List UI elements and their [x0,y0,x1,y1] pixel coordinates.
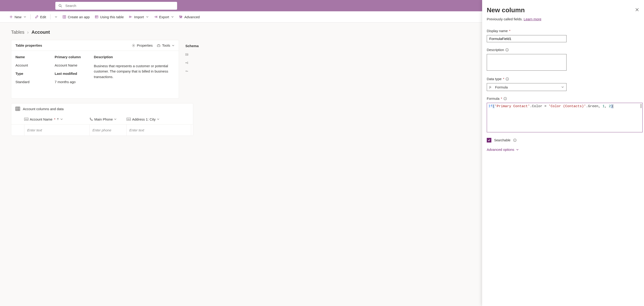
svg-point-50 [507,78,507,78]
formula-token-prop: .Green [586,104,598,108]
global-search[interactable] [55,2,177,10]
pencil-icon [35,15,38,19]
col-main-phone-label: Main Phone [94,117,113,121]
formula-token-str: 'Color (Contacts)' [548,104,586,108]
col-address-city-label: Address 1: City [132,117,156,121]
chevron-down-icon [157,118,159,120]
phone-icon [90,117,93,121]
grid-icon [62,15,66,19]
prop-primary-column-value: Account Name [55,63,94,69]
svg-point-20 [133,45,134,46]
chevron-down-icon [516,148,519,151]
check-icon [488,138,491,142]
svg-rect-21 [157,45,160,47]
info-icon[interactable] [513,138,516,142]
breadcrumb-separator: › [27,30,29,35]
panel-subtext: Previously called fields. [487,17,524,21]
display-name-label: Display name [487,29,508,33]
advanced-options-label: Advanced options [487,147,514,151]
svg-text:Abc: Abc [186,54,188,55]
svg-text:fx: fx [489,86,491,89]
svg-text:Abc: Abc [25,118,28,120]
export-button[interactable]: Export [154,15,174,19]
relationships-icon[interactable] [186,61,188,64]
properties-label: Properties [137,43,153,47]
new-button[interactable]: New [9,15,26,19]
advanced-button[interactable]: Advanced [179,15,200,19]
text-icon: Abc [126,118,131,120]
col-main-phone[interactable]: Main Phone [90,117,126,121]
svg-text:Abc: Abc [127,118,130,120]
tools-button[interactable]: Tools [157,43,174,47]
prop-last-modified-label: Last modified [55,72,94,78]
prop-last-modified-value: 7 months ago [55,80,94,86]
formula-comma: , [598,104,602,108]
prop-description-value: Business that represents a customer or p… [94,63,174,94]
breadcrumb-leaf: Account [31,30,50,35]
sort-up-icon [57,118,59,120]
chevron-down-icon [172,44,174,47]
col-address-city[interactable]: Abc Address 1: City [126,117,159,121]
chevron-down-icon [60,118,63,120]
close-button[interactable] [635,8,639,12]
required-star: * [501,97,502,100]
toolbox-icon [157,44,160,47]
gear-icon [132,44,135,47]
scrollbar-thumb[interactable] [640,104,642,108]
info-icon[interactable] [504,97,507,100]
searchable-checkbox[interactable] [487,138,491,142]
columns-icon[interactable]: Abc [186,53,188,56]
info-icon[interactable] [506,48,509,52]
formula-comma: , [604,104,609,108]
formula-token-op: = [542,104,548,108]
svg-point-29 [186,71,186,72]
col-account-name[interactable]: Abc Account Name * [24,117,90,121]
required-star: * [54,117,55,121]
svg-point-25 [188,62,188,63]
prop-name-label: Name [16,55,55,61]
advanced-options-toggle[interactable]: Advanced options [487,147,640,151]
schema-card: Schema Abc [182,41,192,76]
data-type-value: Formula [495,85,508,89]
import-icon [129,15,132,19]
prop-description-label: Description [94,55,174,61]
sliders-icon [179,15,182,19]
svg-line-28 [186,63,187,64]
learn-more-link[interactable]: Learn more [524,17,542,21]
svg-point-24 [186,63,186,63]
edit-overflow-icon[interactable] [55,16,58,18]
panel-title: New column [487,7,640,14]
advanced-label: Advanced [184,15,200,19]
edit-button[interactable]: Edit [35,15,46,19]
import-button[interactable]: Import [129,15,149,19]
search-input[interactable] [65,4,174,8]
import-label: Import [134,15,144,19]
edit-label: Edit [40,15,46,19]
breadcrumb-root[interactable]: Tables [11,30,24,35]
create-app-button[interactable]: Create an app [62,15,90,19]
keys-icon[interactable] [186,70,188,73]
info-icon[interactable] [506,77,509,81]
svg-rect-7 [95,16,98,18]
search-icon [58,4,62,8]
account-name-input[interactable] [24,124,90,135]
new-column-panel: New column Previously called fields. Lea… [482,0,644,306]
formula-paren-close: ) [611,104,613,108]
card-title: Table properties [16,43,128,47]
chevron-down-icon [171,16,174,18]
main-phone-input[interactable] [90,124,126,135]
separator [30,14,31,19]
properties-button[interactable]: Properties [132,43,153,47]
searchable-label: Searchable [494,138,510,142]
panel-subtitle: Previously called fields. Learn more [487,17,640,21]
prop-name-value: Account [16,63,55,69]
using-table-button[interactable]: Using this table [95,15,124,19]
prop-type-value: Standard [16,80,55,86]
table-properties-card: Table properties Properties Tools Name P… [11,40,179,99]
formula-editor[interactable]: If('Primary Contact'.Color = 'Color (Con… [487,103,642,132]
formula-token-str: 'Primary Contact' [494,104,530,108]
description-input[interactable] [487,54,566,71]
address-city-input[interactable] [126,124,191,135]
data-type-select[interactable]: fx Formula [487,83,566,91]
display-name-input[interactable] [487,35,566,42]
